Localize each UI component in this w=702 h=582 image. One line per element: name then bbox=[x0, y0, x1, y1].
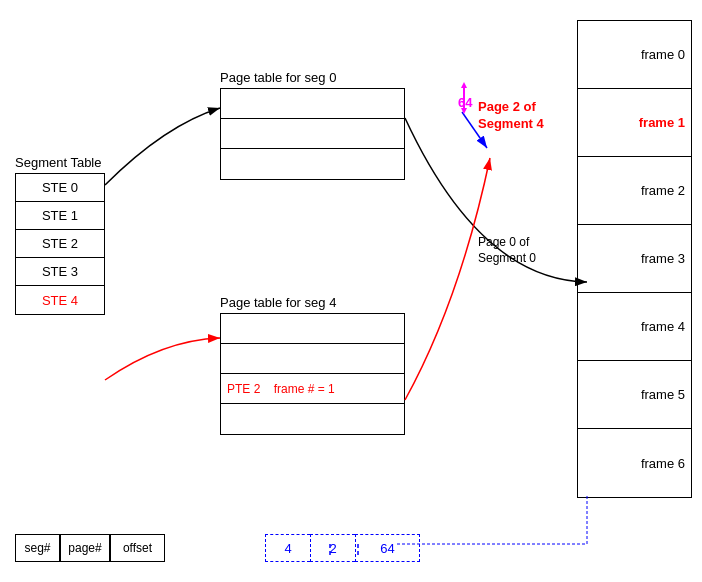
frame-6-label: frame 6 bbox=[641, 456, 685, 471]
page2-seg4-annotation: Page 2 ofSegment 4 bbox=[478, 99, 573, 133]
segment-table-box: STE 0 STE 1 STE 2 STE 3 STE 4 bbox=[15, 173, 105, 315]
page-table-seg0: Page table for seg 0 bbox=[220, 70, 405, 180]
segment-table-label: Segment Table bbox=[15, 155, 105, 170]
addr-page-field: page# bbox=[60, 534, 110, 562]
seg-row-ste1: STE 1 bbox=[16, 202, 104, 230]
diagram-container: Segment Table STE 0 STE 1 STE 2 STE 3 ST… bbox=[0, 0, 702, 582]
pt-seg4-row0 bbox=[221, 314, 404, 344]
address-breakdown: seg# page# offset bbox=[15, 534, 165, 562]
physical-memory: frame 0 Page 2 ofSegment 4 frame 1 frame… bbox=[577, 20, 692, 498]
frame-0-label: frame 0 bbox=[641, 47, 685, 62]
segment-table: Segment Table STE 0 STE 1 STE 2 STE 3 ST… bbox=[15, 155, 105, 315]
pt-seg0-row2 bbox=[221, 149, 404, 179]
frame-3-row: Page 0 ofSegment 0 frame 3 bbox=[578, 225, 691, 293]
frame-5-label: frame 5 bbox=[641, 387, 685, 402]
frame-5-row: frame 5 bbox=[578, 361, 691, 429]
pt-seg0-row0 bbox=[221, 89, 404, 119]
page-table-seg0-label: Page table for seg 0 bbox=[220, 70, 405, 85]
addr-val-seg: 4 bbox=[265, 534, 310, 562]
offset-64-label: 64 bbox=[458, 95, 472, 110]
addr-seg-field: seg# bbox=[15, 534, 60, 562]
seg-row-ste4: STE 4 bbox=[16, 286, 104, 314]
frame-6-row: frame 6 bbox=[578, 429, 691, 497]
seg-row-ste3: STE 3 bbox=[16, 258, 104, 286]
pt-seg4-box: PTE 2 frame # = 1 bbox=[220, 313, 405, 435]
frame-2-label: frame 2 bbox=[641, 183, 685, 198]
frame-4-label: frame 4 bbox=[641, 319, 685, 334]
addr-offset-field: offset bbox=[110, 534, 165, 562]
page-table-seg4: Page table for seg 4 PTE 2 frame # = 1 bbox=[220, 295, 405, 435]
pt-seg4-row3 bbox=[221, 404, 404, 434]
seg-row-ste2: STE 2 bbox=[16, 230, 104, 258]
page-table-seg4-label: Page table for seg 4 bbox=[220, 295, 405, 310]
frame-1-label: frame 1 bbox=[639, 115, 685, 130]
addr-val-offset: 64 bbox=[355, 534, 420, 562]
frame-3-label: frame 3 bbox=[641, 251, 685, 266]
frame-0-row: frame 0 bbox=[578, 21, 691, 89]
pt-seg0-row1 bbox=[221, 119, 404, 149]
phys-mem-box: frame 0 Page 2 ofSegment 4 frame 1 frame… bbox=[577, 20, 692, 498]
pt-seg0-box bbox=[220, 88, 405, 180]
pt-seg4-pte2: PTE 2 frame # = 1 bbox=[221, 374, 404, 404]
svg-marker-5 bbox=[461, 82, 467, 88]
page0-seg0-annotation: Page 0 ofSegment 0 bbox=[478, 235, 573, 266]
frame-4-row: frame 4 bbox=[578, 293, 691, 361]
frame-2-row: frame 2 bbox=[578, 157, 691, 225]
address-values: 4 2 64 bbox=[265, 534, 420, 562]
addr-val-page: 2 bbox=[310, 534, 355, 562]
frame-1-row: Page 2 ofSegment 4 frame 1 bbox=[578, 89, 691, 157]
pt-seg4-row1 bbox=[221, 344, 404, 374]
seg-row-ste0: STE 0 bbox=[16, 174, 104, 202]
